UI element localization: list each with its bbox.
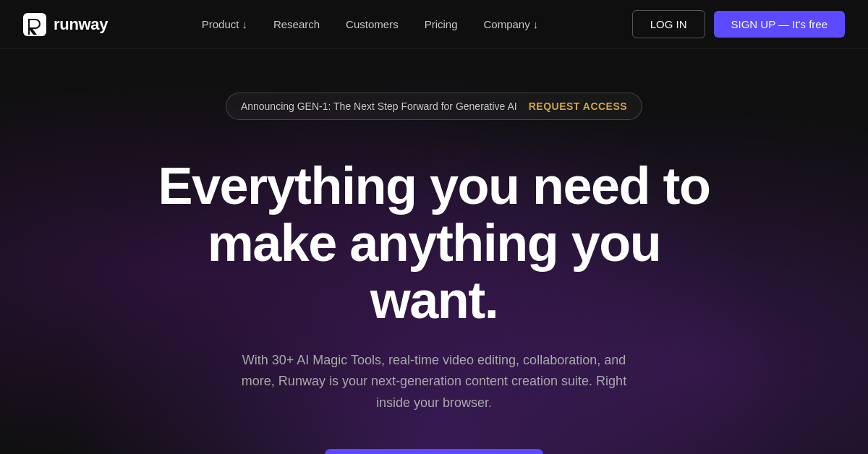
signup-button[interactable]: SIGN UP — It's free xyxy=(714,11,845,38)
main-content: Announcing GEN-1: The Next Step Forward … xyxy=(0,49,868,454)
hero-heading: Everything you need to make anything you… xyxy=(152,158,716,330)
hero-heading-line2: make anything you want. xyxy=(208,214,661,329)
nav-company-chevron: ↓ xyxy=(533,18,539,30)
nav-pricing-label: Pricing xyxy=(425,18,458,30)
login-button[interactable]: LOG IN xyxy=(632,10,705,38)
announcement-banner: Announcing GEN-1: The Next Step Forward … xyxy=(226,93,642,120)
logo[interactable]: runway xyxy=(23,13,108,36)
nav-research[interactable]: Research xyxy=(273,18,320,30)
nav-research-label: Research xyxy=(273,18,320,30)
nav-customers[interactable]: Customers xyxy=(346,18,399,30)
nav-product[interactable]: Product ↓ xyxy=(202,18,247,30)
hero-heading-line1: Everything you need to xyxy=(158,157,710,215)
nav-company-label: Company xyxy=(484,18,530,30)
logo-text: runway xyxy=(54,15,108,34)
runway-logo-icon xyxy=(23,13,46,36)
nav-product-chevron: ↓ xyxy=(242,18,247,30)
nav-company[interactable]: Company ↓ xyxy=(484,18,539,30)
navbar: runway Product ↓ Research Customers Pric… xyxy=(0,0,868,49)
nav-pricing[interactable]: Pricing xyxy=(425,18,458,30)
nav-product-label: Product xyxy=(202,18,239,30)
request-access-link[interactable]: REQUEST ACCESS xyxy=(529,100,627,112)
try-runway-button[interactable]: TRY RUNWAY FOR FREE → xyxy=(325,449,543,454)
nav-customers-label: Customers xyxy=(346,18,399,30)
nav-actions: LOG IN SIGN UP — It's free xyxy=(632,10,845,38)
hero-subtext: With 30+ AI Magic Tools, real-time video… xyxy=(231,350,637,414)
announcement-text: Announcing GEN-1: The Next Step Forward … xyxy=(241,100,517,112)
nav-links: Product ↓ Research Customers Pricing Com… xyxy=(202,18,539,30)
